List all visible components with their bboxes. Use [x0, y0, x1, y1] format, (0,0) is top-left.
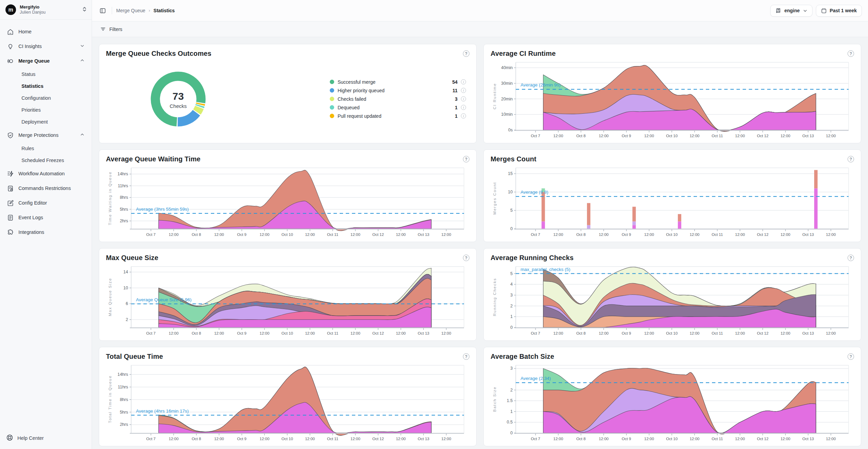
legend-value: 1 — [455, 113, 458, 119]
sidebar-item-integrations[interactable]: Integrations — [3, 225, 88, 240]
x-tick-label: 12:00 — [553, 331, 563, 335]
time-range-button[interactable]: Past 1 week — [816, 5, 862, 17]
help-question-icon[interactable]: ? — [463, 255, 469, 261]
filters-bar[interactable]: Filters — [92, 21, 868, 37]
workflow-icon — [7, 170, 14, 177]
repository-selector[interactable]: engine — [770, 5, 812, 17]
bar-segment[interactable] — [632, 207, 636, 221]
x-tick-label: 12:00 — [260, 331, 269, 335]
x-tick-label: 12:00 — [780, 232, 790, 237]
legend-item: Checks failed3i — [330, 96, 466, 102]
donut-segment-checks-failed[interactable] — [197, 107, 199, 112]
legend-label: Dequeued — [338, 105, 451, 110]
x-tick-label: 12:00 — [351, 232, 360, 237]
sidebar-toggle-button[interactable] — [97, 5, 108, 16]
sidebar-item-label: Statistics — [21, 83, 85, 89]
x-tick-label: 12:00 — [780, 134, 790, 138]
sidebar-item-workflow-automation[interactable]: Workflow Automation — [3, 166, 88, 181]
sidebar-item-label: Merge Protections — [18, 132, 75, 138]
info-icon[interactable]: i — [461, 88, 466, 93]
x-tick-label: 12:00 — [644, 331, 654, 335]
x-tick-label: Oct 12 — [757, 437, 769, 441]
sidebar-item-ci-insights[interactable]: CI Insights — [3, 39, 88, 54]
donut-segment-higher-priority-queued[interactable] — [178, 113, 197, 122]
area-layer-magenta — [159, 402, 431, 433]
x-tick-label: 12:00 — [599, 437, 609, 441]
y-tick-label: 3 — [510, 366, 513, 371]
help-question-icon[interactable]: ? — [848, 50, 854, 57]
bar-segment[interactable] — [632, 225, 636, 229]
x-tick-label: Oct 10 — [281, 437, 293, 441]
y-axis-title: Batch Size — [493, 386, 497, 412]
bar-segment[interactable] — [678, 221, 681, 229]
bar-segment[interactable] — [632, 221, 636, 225]
sidebar-item-priorities[interactable]: Priorities — [3, 104, 88, 116]
donut-segment-pull-request-updated[interactable] — [200, 103, 201, 105]
info-icon[interactable]: i — [461, 105, 466, 110]
sidebar: m Mergifyio Julien Danjou HomeCI Insight… — [0, 0, 92, 449]
sidebar-item-label: Workflow Automation — [18, 171, 85, 176]
y-axis-title: Merges Count — [493, 182, 497, 214]
x-tick-label: 12:00 — [441, 331, 451, 335]
chevron-up-icon — [80, 58, 85, 64]
sidebar-item-commands-restrictions[interactable]: Commands Restrictions — [3, 181, 88, 196]
org-switcher[interactable]: m Mergifyio Julien Danjou — [0, 0, 92, 20]
x-tick-label: Oct 8 — [576, 437, 586, 441]
chart-merges-count: Average (8.8)051015Oct 712:00Oct 812:00O… — [491, 163, 854, 239]
sidebar-item-config-editor[interactable]: Config Editor — [3, 196, 88, 210]
x-tick-label: 12:00 — [599, 232, 609, 237]
x-tick-label: Oct 8 — [576, 331, 586, 335]
x-tick-label: 12:00 — [689, 134, 699, 138]
sidebar-item-configuration[interactable]: Configuration — [3, 92, 88, 104]
card-checks-outcomes: Merge Queue Checks Outcomes?73ChecksSucc… — [99, 44, 477, 143]
sidebar-item-home[interactable]: Home — [3, 25, 88, 39]
x-tick-label: 12:00 — [396, 232, 406, 237]
sidebar-item-scheduled-freezes[interactable]: Scheduled Freezes — [3, 155, 88, 166]
breadcrumb-parent[interactable]: Merge Queue — [116, 8, 145, 13]
card-ci-runtime: Average CI Runtime?Average (26min 9s)0s1… — [483, 44, 861, 143]
help-question-icon[interactable]: ? — [463, 156, 469, 162]
info-icon[interactable]: i — [461, 79, 466, 84]
sidebar-item-merge-queue[interactable]: Merge Queue — [3, 54, 88, 68]
bar-segment[interactable] — [814, 170, 818, 188]
help-question-icon[interactable]: ? — [848, 255, 854, 261]
y-tick-label: 14 — [123, 270, 128, 274]
info-icon[interactable]: i — [461, 113, 466, 118]
help-question-icon[interactable]: ? — [463, 50, 469, 57]
x-tick-label: Oct 8 — [192, 232, 201, 237]
card-running-checks: Average Running Checks?max_parallel_chec… — [483, 248, 861, 341]
card-title: Max Queue Size — [106, 254, 158, 262]
sidebar-item-label: Priorities — [21, 107, 85, 113]
y-axis-title: CI Runtime — [493, 83, 497, 110]
average-annotation: Average (4hrs 16min 17s) — [136, 408, 189, 414]
bar-segment[interactable] — [678, 214, 681, 222]
sidebar-item-deployment[interactable]: Deployment — [3, 116, 88, 128]
sidebar-item-status[interactable]: Status — [3, 68, 88, 80]
sidebar-item-rules[interactable]: Rules — [3, 143, 88, 155]
x-tick-label: Oct 9 — [237, 437, 246, 441]
x-tick-label: Oct 11 — [327, 437, 338, 441]
bar-segment[interactable] — [587, 203, 590, 225]
y-tick-label: 8hrs — [120, 397, 128, 402]
legend-value: 1 — [455, 105, 458, 110]
help-center[interactable]: Help Center — [0, 429, 92, 449]
y-tick-label: 10 — [508, 190, 513, 194]
help-question-icon[interactable]: ? — [848, 353, 854, 360]
sidebar-item-merge-protections[interactable]: Merge Protections — [3, 128, 88, 143]
topbar-divider — [112, 7, 112, 14]
x-tick-label: Oct 13 — [802, 437, 814, 441]
app-root: m Mergifyio Julien Danjou HomeCI Insight… — [0, 0, 868, 449]
info-icon[interactable]: i — [461, 96, 466, 101]
bar-segment[interactable] — [542, 221, 545, 229]
help-question-icon[interactable]: ? — [848, 156, 854, 162]
donut-segment-dequeued[interactable] — [200, 105, 200, 107]
y-tick-label: 40min — [501, 65, 513, 70]
sidebar-item-event-logs[interactable]: Event Logs — [3, 210, 88, 225]
sidebar-item-statistics[interactable]: Statistics — [3, 80, 88, 92]
bar-segment[interactable] — [587, 225, 590, 229]
bar-segment[interactable] — [814, 188, 818, 229]
legend-value: 11 — [452, 88, 458, 93]
legend-color-dot — [330, 97, 334, 101]
help-question-icon[interactable]: ? — [463, 353, 469, 360]
x-tick-label: 12:00 — [396, 437, 406, 441]
